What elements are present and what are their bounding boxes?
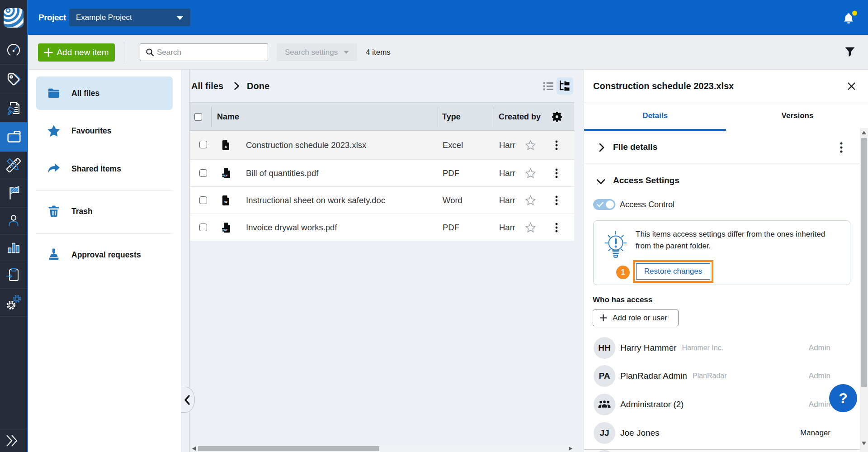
svg-text:PDF: PDF xyxy=(222,228,228,231)
svg-text:x: x xyxy=(225,144,227,149)
svg-text:PDF: PDF xyxy=(222,173,228,176)
svg-text:w: w xyxy=(224,199,227,204)
